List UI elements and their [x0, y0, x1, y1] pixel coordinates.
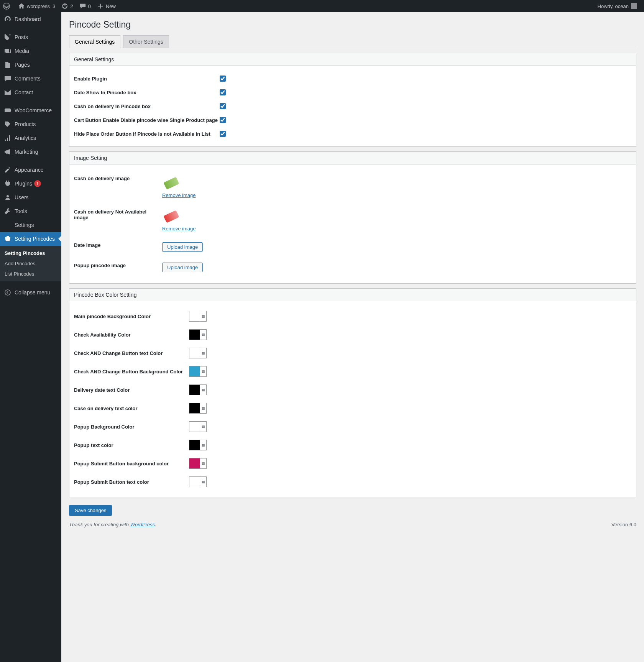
checkbox-date-show[interactable]	[220, 89, 226, 95]
wordpress-link[interactable]: WordPress	[130, 522, 155, 527]
label-enable-plugin: Enable Plugin	[74, 76, 220, 82]
footer-thanks: Thank you for creating with WordPress.	[69, 522, 156, 527]
color-label: Check AND Change Button text Color	[74, 350, 189, 356]
menu-comments[interactable]: Comments	[0, 72, 61, 85]
menu-analytics[interactable]: Analytics	[0, 131, 61, 145]
label-popup-image: Popup pincode image	[74, 263, 162, 268]
menu-appearance[interactable]: Appearance	[0, 163, 61, 177]
menu-settings[interactable]: Settings	[0, 218, 61, 232]
color-label: Check Availability Color	[74, 332, 189, 338]
color-swatch	[189, 366, 200, 376]
color-swatch	[189, 403, 200, 413]
color-swatch	[189, 348, 200, 358]
color-picker-icon: ▦	[200, 348, 206, 358]
panel-images: Image Setting Cash on delivery image Rem…	[69, 151, 636, 284]
wp-logo[interactable]	[0, 0, 15, 12]
menu-collapse[interactable]: Collapse menu	[0, 286, 61, 299]
color-swatch	[189, 440, 200, 450]
color-swatch	[189, 330, 200, 340]
color-label: Popup text color	[74, 442, 189, 448]
plugins-badge: 1	[34, 180, 41, 187]
color-input[interactable]: ▦	[189, 329, 207, 340]
menu-users[interactable]: Users	[0, 191, 61, 204]
panel-images-header: Image Setting	[69, 152, 636, 164]
menu-woocommerce[interactable]: WooCommerce	[0, 103, 61, 117]
panel-general: General Settings Enable Plugin Date Show…	[69, 53, 636, 147]
color-picker-icon: ▦	[200, 330, 206, 340]
color-picker-icon: ▦	[200, 477, 206, 487]
save-button[interactable]: Save changes	[69, 505, 112, 516]
color-swatch	[189, 422, 200, 432]
menu-products[interactable]: Products	[0, 117, 61, 131]
checkbox-cart-button[interactable]	[220, 117, 226, 123]
color-label: Popup Submit Button background color	[74, 461, 189, 467]
menu-media[interactable]: Media	[0, 44, 61, 58]
submenu-list-pincodes[interactable]: List Pincodes	[0, 269, 61, 279]
submenu-setting-pincodes-item[interactable]: Setting Pincodes	[0, 248, 61, 258]
color-input[interactable]: ▦	[189, 348, 207, 358]
color-swatch	[189, 477, 200, 487]
thumb-cod-image	[162, 176, 181, 191]
site-name[interactable]: wordpress_3	[15, 0, 58, 12]
footer-version: Version 6.0	[611, 522, 636, 527]
color-picker-icon: ▦	[200, 440, 206, 450]
menu-plugins[interactable]: Plugins1	[0, 177, 61, 191]
svg-point-3	[5, 290, 10, 295]
remove-cod-na-image[interactable]: Remove image	[162, 226, 196, 232]
checkbox-hide-place-order[interactable]	[220, 131, 226, 137]
tab-other[interactable]: Other Settings	[123, 35, 169, 48]
checkbox-cod[interactable]	[220, 103, 226, 109]
label-date-show: Date Show In Pincode box	[74, 90, 220, 95]
color-input[interactable]: ▦	[189, 458, 207, 469]
menu-contact[interactable]: Contact	[0, 85, 61, 99]
color-swatch	[189, 385, 200, 395]
thumb-cod-na-image	[162, 209, 181, 224]
color-input[interactable]: ▦	[189, 384, 207, 395]
menu-posts[interactable]: Posts	[0, 30, 61, 44]
remove-cod-image[interactable]: Remove image	[162, 192, 196, 198]
comments-count[interactable]: 0	[76, 0, 94, 12]
color-input[interactable]: ▦	[189, 440, 207, 450]
label-date-image: Date image	[74, 242, 162, 248]
color-label: Popup Submit Button text color	[74, 479, 189, 485]
color-picker-icon: ▦	[200, 458, 206, 468]
menu-setting-pincodes[interactable]: Setting Pincodes	[0, 232, 61, 246]
submenu-add-pincodes[interactable]: Add Pincodes	[0, 258, 61, 269]
label-cod-na-image: Cash on delivery Not Availabel image	[74, 209, 162, 220]
menu-pages[interactable]: Pages	[0, 58, 61, 72]
color-input[interactable]: ▦	[189, 311, 207, 322]
updates[interactable]: 2	[58, 0, 76, 12]
color-picker-icon: ▦	[200, 403, 206, 413]
color-picker-icon: ▦	[200, 366, 206, 376]
label-cod: Cash on delivery In Pincode box	[74, 103, 220, 109]
avatar	[631, 3, 637, 9]
menu-marketing[interactable]: Marketing	[0, 145, 61, 159]
color-swatch	[189, 458, 200, 468]
svg-rect-1	[5, 108, 11, 112]
color-label: Case on delivery text color	[74, 406, 189, 411]
upload-popup-image[interactable]: Upload image	[162, 263, 203, 272]
color-label: Check AND Change Button Background Color	[74, 369, 189, 375]
menu-tools[interactable]: Tools	[0, 204, 61, 218]
new-content[interactable]: New	[94, 0, 119, 12]
menu-dashboard[interactable]: Dashboard	[0, 12, 61, 26]
tab-general[interactable]: General Settings	[69, 35, 120, 48]
color-input[interactable]: ▦	[189, 403, 207, 414]
account[interactable]: Howdy, ocean	[595, 0, 640, 12]
color-label: Popup Background Color	[74, 424, 189, 430]
panel-general-header: General Settings	[69, 53, 636, 66]
tabs: General Settings Other Settings	[69, 35, 636, 48]
color-input[interactable]: ▦	[189, 366, 207, 377]
label-cart-button: Cart Button Enable Diable pincode wise S…	[74, 117, 220, 123]
color-input[interactable]: ▦	[189, 476, 207, 487]
page-title: Pincode Setting	[69, 16, 636, 31]
panel-colors: Pincode Box Color Setting Main pincode B…	[69, 288, 636, 497]
upload-date-image[interactable]: Upload image	[162, 242, 203, 252]
color-picker-icon: ▦	[200, 385, 206, 395]
color-input[interactable]: ▦	[189, 421, 207, 432]
svg-point-2	[7, 195, 9, 197]
submenu-setting-pincodes: Setting Pincodes Add Pincodes List Pinco…	[0, 246, 61, 281]
label-hide-place-order: Hide Place Order Button if Pincode is no…	[74, 131, 220, 137]
checkbox-enable-plugin[interactable]	[220, 76, 226, 82]
color-picker-icon: ▦	[200, 311, 206, 321]
